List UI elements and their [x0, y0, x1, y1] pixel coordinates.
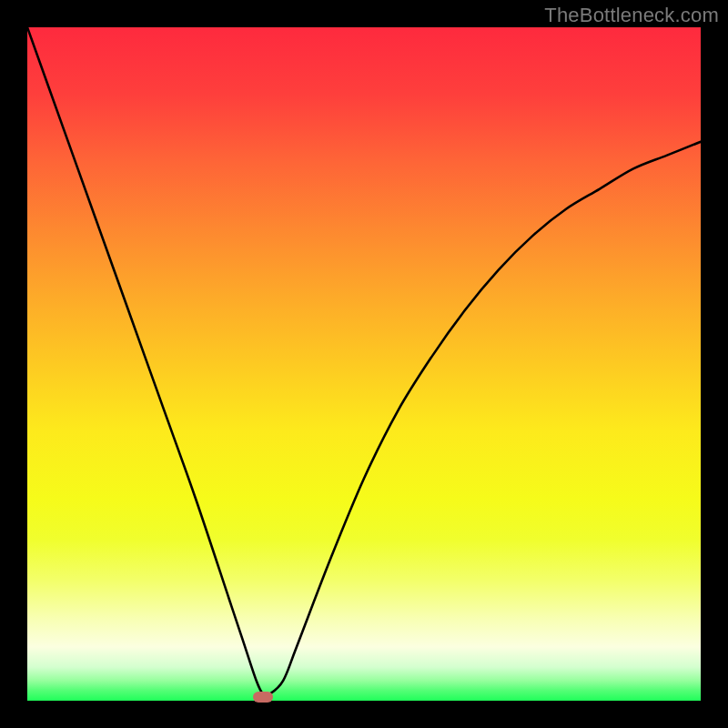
chart-frame: TheBottleneck.com: [0, 0, 728, 728]
watermark-text: TheBottleneck.com: [544, 4, 719, 27]
plot-area: [27, 27, 701, 701]
bottleneck-curve: [27, 27, 701, 701]
optimal-point-marker: [253, 692, 273, 703]
